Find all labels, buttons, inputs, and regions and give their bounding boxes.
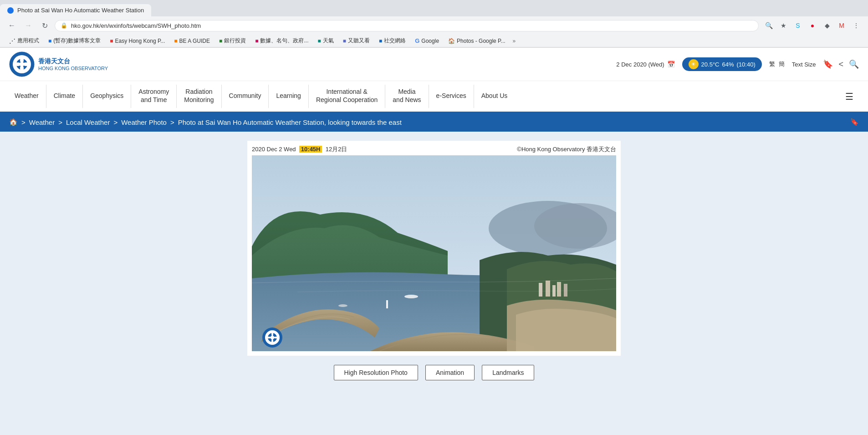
bookmark-4-label: 銀行投資	[224, 37, 246, 45]
nav-geophysics[interactable]: Geophysics	[83, 81, 131, 112]
bookmark-4[interactable]: ■ 銀行投資	[215, 36, 250, 46]
webcam-time-highlight: 10:45H	[299, 146, 322, 153]
weather-badge: ☀ 20.5°C 64% (10:40)	[682, 57, 762, 71]
gmail-icon[interactable]: M	[835, 19, 848, 32]
breadcrumb-sep-0: >	[21, 118, 26, 126]
webcam-action-buttons: High Resolution Photo Animation Landmark…	[334, 365, 535, 380]
hko-logo-text: 香港天文台 HONG KONG OBSERVATORY	[38, 57, 108, 71]
breadcrumb: 🏠 > Weather > Local Weather > Weather Ph…	[0, 113, 868, 132]
bookmark-2[interactable]: ■ Easy Hong Kong P...	[106, 37, 168, 45]
sun-icon: ☀	[689, 59, 699, 69]
webcam-date-time: 2020 Dec 2 Wed 10:45H 12月2日	[252, 145, 347, 154]
breadcrumb-weather-photo[interactable]: Weather Photo	[121, 118, 167, 126]
reload-button[interactable]: ↻	[38, 19, 51, 32]
webcam-container: 2020 Dec 2 Wed 10:45H 12月2日 ©Hong Kong O…	[247, 141, 621, 356]
bookmark-photos[interactable]: 🏠 Photos - Google P...	[444, 37, 509, 45]
webcam-copyright: ©Hong Kong Observatory 香港天文台	[517, 145, 616, 154]
bookmark-7-label: 又聽又看	[348, 37, 370, 45]
bookmark-6[interactable]: ■ 天氣	[314, 36, 337, 46]
language-switcher: 繁 簡	[769, 60, 785, 68]
header-bookmark-icon[interactable]: 🔖	[823, 59, 833, 69]
nav-media[interactable]: Mediaand News	[385, 81, 428, 112]
date-text: 2 Dec 2020 (Wed)	[616, 61, 664, 68]
lock-icon: 🔒	[61, 22, 67, 29]
webcam-date-label: 2020 Dec 2 Wed	[252, 146, 296, 153]
breadcrumb-home[interactable]: 🏠	[9, 118, 18, 126]
forward-button[interactable]: →	[22, 19, 35, 32]
bookmark-google[interactable]: G Google	[411, 36, 443, 45]
svg-point-3	[20, 62, 24, 67]
animation-button[interactable]: Animation	[425, 365, 475, 380]
address-bar[interactable]: 🔒 hko.gov.hk/en/wxinfo/ts/webcam/SWH_pho…	[55, 20, 759, 31]
webcam-header-row: 2020 Dec 2 Wed 10:45H 12月2日 ©Hong Kong O…	[252, 145, 616, 154]
lang-traditional[interactable]: 繁	[769, 60, 775, 68]
breadcrumb-weather[interactable]: Weather	[29, 118, 55, 126]
extensions-icon[interactable]: ◆	[821, 19, 833, 32]
header-share-icon[interactable]: <	[838, 60, 843, 69]
bookmark-2-label: Easy Hong Kong P...	[115, 38, 165, 44]
url-text: hko.gov.hk/en/wxinfo/ts/webcam/SWH_photo…	[71, 22, 753, 29]
bookmark-google-label: Google	[421, 38, 439, 44]
bookmark-apps[interactable]: ⋰ 應用程式	[5, 36, 43, 46]
bookmark-5-label: 數據、名句、政府...	[260, 37, 308, 45]
bookmark-6-label: 天氣	[323, 37, 334, 45]
back-button[interactable]: ←	[5, 19, 18, 32]
tab-title: Photo at Sai Wan Ho Automatic Weather St…	[17, 7, 144, 14]
hko-header: 香港天文台 HONG KONG OBSERVATORY 2 Dec 2020 (…	[0, 48, 868, 81]
hko-header-right: 2 Dec 2020 (Wed) 📅 ☀ 20.5°C 64% (10:40) …	[616, 57, 859, 71]
webcam-image	[252, 155, 616, 351]
nav-eservices[interactable]: e-Services	[429, 81, 474, 112]
bookmark-8[interactable]: ■ 社交網絡	[375, 36, 409, 46]
webcam-svg-scene	[252, 155, 616, 351]
hko-logo-svg	[9, 51, 35, 77]
svg-point-18	[271, 336, 274, 339]
text-size-control[interactable]: Text Size	[792, 61, 816, 68]
bookmark-3[interactable]: ■ BE A GUIDE	[170, 37, 214, 45]
hko-logo[interactable]: 香港天文台 HONG KONG OBSERVATORY	[9, 51, 108, 77]
svg-rect-10	[557, 282, 561, 297]
bookmark-star-icon[interactable]: ★	[777, 19, 790, 32]
high-resolution-button[interactable]: High Resolution Photo	[334, 365, 418, 380]
active-tab[interactable]: Photo at Sai Wan Ho Automatic Weather St…	[0, 4, 151, 16]
browser-nav-bar: ← → ↻ 🔒 hko.gov.hk/en/wxinfo/ts/webcam/S…	[0, 16, 868, 35]
breadcrumb-local-weather[interactable]: Local Weather	[66, 118, 110, 126]
breadcrumb-sep-1: >	[58, 118, 62, 126]
hko-navigation: Weather Climate Geophysics Astronomyand …	[0, 81, 868, 113]
pinterest-icon[interactable]: ●	[806, 19, 819, 32]
header-action-icons: 🔖 < 🔍	[823, 59, 859, 69]
browser-tab-bar: Photo at Sai Wan Ho Automatic Weather St…	[0, 0, 868, 16]
bookmark-7[interactable]: ■ 又聽又看	[339, 36, 373, 46]
svg-rect-8	[546, 281, 550, 297]
lang-simplified[interactable]: 簡	[779, 60, 785, 68]
bookmark-3-label: BE A GUIDE	[179, 38, 210, 44]
nav-weather[interactable]: Weather	[7, 81, 46, 112]
nav-international[interactable]: International &Regional Cooperation	[309, 81, 385, 112]
nav-radiation[interactable]: RadiationMonitoring	[177, 81, 221, 112]
tab-favicon	[7, 7, 14, 14]
skype-icon[interactable]: S	[791, 19, 804, 32]
hamburger-menu[interactable]: ☰	[838, 81, 861, 112]
header-search-icon[interactable]: 🔍	[849, 59, 859, 69]
breadcrumb-sep-3: >	[170, 118, 174, 126]
bookmarks-more[interactable]: »	[513, 38, 516, 44]
webcam-date-zh: 12月2日	[326, 146, 347, 153]
nav-about[interactable]: About Us	[474, 81, 515, 112]
svg-rect-7	[539, 283, 542, 297]
svg-point-13	[338, 304, 347, 307]
svg-rect-14	[386, 300, 388, 308]
calendar-icon: 📅	[667, 61, 675, 68]
logo-zh-text: 香港天文台	[38, 57, 108, 66]
nav-climate[interactable]: Climate	[46, 81, 82, 112]
more-icon[interactable]: ⋮	[850, 19, 863, 32]
breadcrumb-bookmark-icon[interactable]: 🔖	[850, 118, 859, 126]
browser-chrome: Photo at Sai Wan Ho Automatic Weather St…	[0, 0, 868, 48]
nav-community[interactable]: Community	[222, 81, 269, 112]
landmarks-button[interactable]: Landmarks	[482, 365, 534, 380]
hko-date: 2 Dec 2020 (Wed) 📅	[616, 61, 674, 68]
svg-rect-9	[552, 285, 556, 297]
nav-astronomy[interactable]: Astronomyand Time	[131, 81, 176, 112]
bookmark-5[interactable]: ■ 數據、名句、政府...	[251, 36, 312, 46]
bookmark-1[interactable]: ■ (暫存)數據博客文章	[45, 36, 104, 46]
search-icon-btn[interactable]: 🔍	[762, 19, 775, 32]
nav-learning[interactable]: Learning	[269, 81, 308, 112]
